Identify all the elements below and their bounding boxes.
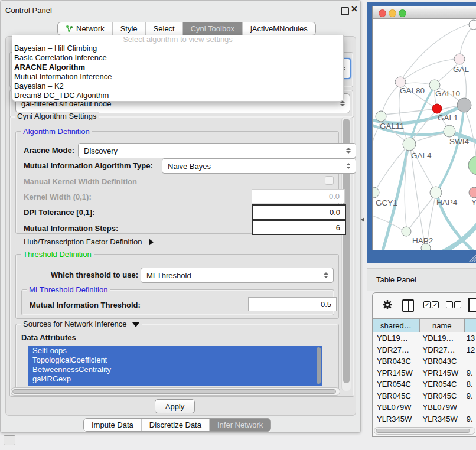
select-all-columns-icon2[interactable]: ✓: [432, 301, 439, 308]
table-cell[interactable]: 9.: [462, 413, 476, 425]
table-cell[interactable]: [462, 402, 476, 413]
column-header[interactable]: name: [420, 319, 465, 332]
tab-style[interactable]: Style: [112, 22, 145, 35]
data-attributes-list[interactable]: SelfLoopsTopologicalCoefficientBetweenne…: [28, 346, 322, 386]
export-table-icon[interactable]: [468, 298, 476, 312]
table-cell[interactable]: YLR345W: [373, 413, 419, 425]
network-node-y[interactable]: [469, 187, 476, 198]
tab-infer-network[interactable]: Infer Network: [209, 419, 270, 431]
network-node[interactable]: [457, 98, 471, 112]
table-cell[interactable]: YLR345W: [419, 413, 462, 425]
attributes-list-scrollbar[interactable]: [316, 346, 321, 386]
table-cell[interactable]: YDL19…: [419, 332, 462, 344]
table-cell[interactable]: YER054C: [373, 379, 419, 390]
table-cell[interactable]: YBR043C: [373, 356, 419, 367]
table-row[interactable]: YBR045CYBR045C9.: [373, 390, 476, 402]
table-cell[interactable]: YBL079W: [419, 402, 462, 413]
dropdown-item[interactable]: Bayesian – K2: [12, 81, 343, 91]
tab-network[interactable]: Network: [58, 22, 112, 35]
network-edge[interactable]: [410, 148, 425, 244]
split-pane-collapse-arrow[interactable]: [361, 217, 364, 222]
attribute-list-item[interactable]: BetweennessCentrality: [28, 365, 322, 374]
table-cell[interactable]: YBL079W: [373, 402, 419, 413]
manual-kernel-checkbox[interactable]: [325, 176, 334, 185]
mi-steps-field[interactable]: 6: [252, 220, 346, 235]
table-row[interactable]: YPR145WYPR145W9.: [373, 367, 476, 379]
collapsed-panel-button[interactable]: [4, 435, 15, 445]
zoom-traffic-light-icon[interactable]: [399, 9, 406, 17]
apply-button[interactable]: Apply: [155, 399, 195, 413]
table-row[interactable]: YLR345WYLR345W9.: [373, 413, 476, 425]
network-node-hap2[interactable]: [402, 227, 411, 236]
table-cell[interactable]: 13: [462, 332, 476, 344]
network-edge[interactable]: [382, 85, 399, 112]
network-node[interactable]: [421, 243, 431, 250]
select-all-columns-icon[interactable]: ✓: [423, 301, 431, 308]
network-window-titlebar[interactable]: [373, 6, 476, 19]
which-threshold-combo[interactable]: MI Threshold: [141, 268, 334, 283]
gear-icon[interactable]: [382, 299, 393, 310]
unselect-all-columns-icon[interactable]: [446, 301, 453, 308]
settings-horizontal-scrollbar[interactable]: [11, 387, 340, 396]
table-cell[interactable]: 9.: [462, 390, 476, 402]
network-canvas[interactable]: GALGAL80GAL10GAL1GAL11SWI4GAL4GCY1HAP4YH…: [373, 19, 476, 250]
table-cell[interactable]: 12: [462, 344, 476, 356]
table-cell[interactable]: YDL19…: [373, 332, 419, 344]
tab-cyni-toolbox[interactable]: Cyni Toolbox: [182, 22, 242, 35]
table-cell[interactable]: 8.: [462, 379, 476, 390]
kernel-width-field[interactable]: 0.0: [252, 189, 345, 203]
network-node-gal11[interactable]: [376, 111, 386, 122]
dropdown-item[interactable]: Dream8 DC_TDC Algorithm: [12, 91, 343, 100]
table-row[interactable]: YBR043CYBR043C: [373, 356, 476, 367]
dropdown-item[interactable]: Bayesian – Hill Climbing: [12, 44, 343, 53]
dropdown-item[interactable]: Basic Correlation Inference: [12, 53, 343, 63]
minimize-traffic-light-icon[interactable]: [389, 9, 396, 17]
network-edge[interactable]: [460, 25, 474, 56]
table-cell[interactable]: YER054C: [419, 379, 462, 390]
scrollbar-thumb[interactable]: [376, 429, 470, 433]
dropdown-item[interactable]: Mutual Information Inference: [12, 72, 343, 81]
table-cell[interactable]: YBR045C: [373, 390, 419, 402]
mi-threshold-field[interactable]: 0.5: [248, 297, 337, 311]
table-cell[interactable]: [462, 356, 476, 367]
table-row[interactable]: YDR27…YDR27…12: [373, 344, 476, 356]
tab-impute-data[interactable]: Impute Data: [84, 419, 141, 431]
hub-expander[interactable]: Hub/Transcription Factor Definition: [24, 237, 154, 246]
tab-discretize-data[interactable]: Discretize Data: [141, 419, 209, 431]
column-header[interactable]: shared…: [373, 319, 420, 332]
dropdown-item[interactable]: ARACNE Algorithm: [12, 63, 343, 72]
attribute-list-item[interactable]: SelfLoops: [28, 346, 322, 356]
table-row[interactable]: YBL079WYBL079W: [373, 402, 476, 413]
attribute-list-item[interactable]: TopologicalCoefficient: [28, 356, 322, 365]
table-cell[interactable]: YDR27…: [419, 344, 462, 356]
table-cell[interactable]: YBR045C: [419, 390, 462, 402]
network-edge[interactable]: [404, 59, 455, 79]
network-node-gal4[interactable]: [403, 138, 416, 151]
table-row[interactable]: YER054CYER054C8.: [373, 379, 476, 390]
table-cell[interactable]: YPR145W: [373, 367, 419, 379]
close-traffic-light-icon[interactable]: [379, 9, 386, 17]
tab-jactivemnodules[interactable]: jActiveMNodules: [242, 22, 315, 35]
show-columns-icon[interactable]: [402, 299, 414, 312]
resize-grip-icon[interactable]: [467, 253, 476, 262]
tab-select[interactable]: Select: [145, 22, 182, 35]
mi-type-combo[interactable]: Naive Bayes: [162, 158, 356, 174]
network-edge[interactable]: [384, 109, 433, 115]
network-edge-thick[interactable]: [410, 87, 433, 141]
attribute-list-item[interactable]: gal4RGexp: [28, 374, 322, 384]
network-edge[interactable]: [373, 215, 402, 230]
close-icon[interactable]: ✕: [351, 4, 358, 14]
network-node-gal[interactable]: [454, 54, 465, 64]
network-node[interactable]: [469, 20, 476, 30]
column-header[interactable]: [465, 319, 476, 332]
table-row[interactable]: YDL19…YDL19…13: [373, 332, 476, 344]
network-node-hap4[interactable]: [430, 187, 442, 198]
table-cell[interactable]: YDR27…: [373, 344, 419, 356]
network-node-swi4[interactable]: [444, 125, 455, 137]
network-edge[interactable]: [465, 109, 476, 156]
network-node[interactable]: [468, 156, 476, 175]
float-window-icon[interactable]: [341, 7, 349, 15]
table-horizontal-scrollbar[interactable]: [374, 427, 475, 435]
network-edge[interactable]: [403, 83, 431, 84]
network-node-gcy1[interactable]: [373, 187, 379, 198]
